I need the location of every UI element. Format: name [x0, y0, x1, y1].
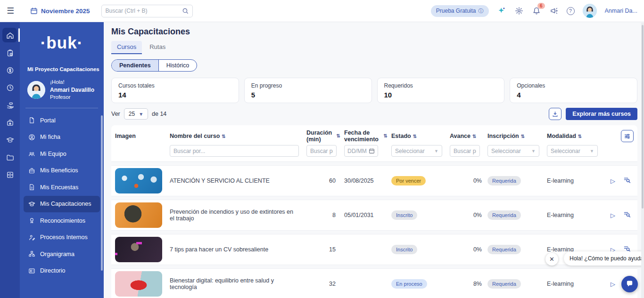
- sparkle-assistant-icon[interactable]: [497, 6, 506, 16]
- page-scrollbar-thumb[interactable]: [642, 25, 644, 209]
- sort-icon[interactable]: ⇅: [222, 134, 225, 139]
- sort-icon[interactable]: ⇅: [337, 133, 340, 139]
- user-role: Profesor: [50, 94, 94, 101]
- sidebar-item-label: Mi ficha: [40, 134, 60, 140]
- sort-icon[interactable]: ⇅: [472, 134, 476, 139]
- rail-benefits-icon[interactable]: [0, 97, 20, 114]
- settings-gear-icon[interactable]: [514, 6, 524, 16]
- stat-en-progreso: En progreso 5: [244, 78, 372, 103]
- profile-card: ¡Hola! Anmari Davalillo Profesor: [27, 79, 104, 101]
- sort-icon[interactable]: ⇅: [413, 134, 417, 139]
- notifications-bell-icon[interactable]: 6: [532, 6, 541, 16]
- course-detail-icon[interactable]: [623, 210, 631, 220]
- page-size-select[interactable]: 25 ▼: [124, 108, 148, 120]
- topbar-username[interactable]: Anmari Da...: [605, 8, 637, 14]
- sidebar-item-procesos-internos[interactable]: Procesos Internos: [24, 229, 100, 246]
- filter-enrollment-select[interactable]: Seleccionar▼: [487, 145, 539, 157]
- sidebar-item-label: Directorio: [40, 267, 66, 274]
- course-progress: 0%: [446, 212, 484, 218]
- col-modalidad: Modalidad⇅: [543, 129, 602, 143]
- announcements-megaphone-icon[interactable]: [549, 6, 559, 16]
- course-name[interactable]: Bienestar digital: equilibrio entre salu…: [166, 277, 303, 290]
- sidebar-item-mis-encuestas[interactable]: Mis Encuestas: [24, 179, 100, 196]
- stats-cards: Cursos totales 14 En progreso 5 Requerid…: [111, 78, 637, 103]
- table-row: Prevención de incendios y uso de extinto…: [111, 200, 637, 231]
- sidebar-avatar[interactable]: [27, 81, 45, 99]
- play-course-icon[interactable]: ▷: [611, 281, 615, 288]
- sidebar-item-mi-ficha[interactable]: Mi ficha: [24, 129, 100, 146]
- trial-badge[interactable]: Prueba Gratuita ⓘ: [431, 5, 489, 17]
- filter-duration-input[interactable]: [306, 145, 337, 157]
- calendar-icon: [369, 148, 375, 154]
- enrollment-badge: Requerida: [487, 210, 521, 220]
- course-thumbnail[interactable]: [115, 202, 162, 228]
- chat-close-button[interactable]: ✕: [545, 253, 558, 266]
- course-name[interactable]: ATENCIÓN Y SERVICIO AL CLIENTE: [166, 177, 303, 184]
- segment-pendientes[interactable]: Pendientes: [112, 60, 158, 71]
- topbar: ☰ Noviembre 2025 Prueba Gratuita ⓘ 6 ? A…: [0, 0, 644, 22]
- hamburger-menu-icon[interactable]: ☰: [7, 6, 20, 16]
- period-selector[interactable]: Noviembre 2025: [30, 7, 90, 15]
- sidebar-item-mi-equipo[interactable]: Mi Equipo: [24, 145, 100, 162]
- page-scrollbar[interactable]: [641, 23, 644, 298]
- play-course-icon[interactable]: ▷: [611, 212, 615, 219]
- sidebar-item-mis-beneficios[interactable]: Mis Beneficios: [24, 162, 100, 179]
- tab-rutas[interactable]: Rutas: [144, 41, 171, 54]
- segment-historico[interactable]: Histórico: [158, 60, 197, 71]
- rail-graduation-icon[interactable]: [0, 131, 20, 149]
- ver-label: Ver: [111, 111, 120, 117]
- course-name[interactable]: 7 tips para hacer un CV sobresaliente: [166, 246, 303, 253]
- global-search[interactable]: [101, 5, 193, 17]
- tab-cursos[interactable]: Cursos: [111, 41, 142, 54]
- users-icon: [28, 150, 35, 157]
- course-modality: E-learning: [543, 281, 602, 287]
- col-avance: Avance⇅: [446, 129, 484, 143]
- filter-modality-select[interactable]: Seleccionar▼: [547, 145, 598, 157]
- sort-icon[interactable]: ⇅: [384, 133, 388, 139]
- sidebar-menu: Portal Mi ficha Mi Equipo Mis Beneficios…: [20, 111, 104, 280]
- course-detail-icon[interactable]: [623, 176, 631, 185]
- stat-label: Requeridos: [384, 82, 498, 89]
- sidebar-item-reconocimientos[interactable]: Reconocimientos: [24, 212, 100, 229]
- course-thumbnail[interactable]: [115, 271, 162, 297]
- sort-icon[interactable]: ⇅: [578, 134, 582, 139]
- search-input[interactable]: [106, 8, 182, 14]
- rail-case-icon[interactable]: [0, 114, 20, 131]
- project-name: Mi Proyecto Capacitaciones: [27, 66, 104, 72]
- course-name[interactable]: Prevención de incendios y uso de extinto…: [166, 209, 303, 222]
- divider: [25, 108, 98, 108]
- sort-icon[interactable]: ⇅: [521, 134, 525, 139]
- rail-cabinet-icon[interactable]: [0, 166, 20, 184]
- sidebar-scrollbar[interactable]: [101, 115, 103, 271]
- download-button[interactable]: [549, 108, 561, 120]
- status-badge: Inscrito: [391, 245, 417, 254]
- help-icon[interactable]: ?: [567, 7, 575, 15]
- chat-launcher-button[interactable]: [621, 276, 638, 292]
- course-thumbnail[interactable]: [115, 237, 162, 262]
- play-course-icon[interactable]: ▷: [611, 177, 615, 185]
- enrollment-badge: Requerida: [487, 279, 521, 289]
- stat-label: Cursos totales: [118, 82, 232, 89]
- sidebar-item-label: Portal: [40, 117, 56, 124]
- rail-clock-icon[interactable]: [0, 79, 20, 97]
- rail-folder-icon[interactable]: [0, 149, 20, 166]
- filter-status-select[interactable]: Seleccionar▼: [391, 145, 442, 157]
- info-icon: ⓘ: [479, 8, 484, 15]
- course-thumbnail[interactable]: [115, 168, 162, 193]
- course-due-date: 05/01/2031: [340, 212, 388, 218]
- sidebar-item-portal[interactable]: Portal: [24, 112, 100, 129]
- sidebar-item-mis-capacitaciones[interactable]: Mis Capacitaciones: [24, 196, 100, 213]
- filter-date-input[interactable]: DD/MM: [344, 145, 378, 157]
- rail-clipboard-icon[interactable]: [0, 44, 20, 62]
- user-avatar[interactable]: [583, 4, 597, 18]
- sidebar-item-organigrama[interactable]: Organigrama: [24, 246, 100, 263]
- status-badge: Inscrito: [391, 210, 417, 220]
- sidebar-item-label: Mis Capacitaciones: [40, 201, 91, 207]
- rail-money-icon[interactable]: [0, 62, 20, 79]
- column-settings-button[interactable]: [621, 130, 634, 142]
- rail-home-icon[interactable]: [0, 27, 20, 44]
- filter-name-input[interactable]: [170, 145, 299, 157]
- filter-progress-input[interactable]: [450, 145, 480, 157]
- explore-courses-button[interactable]: Explorar más cursos: [566, 108, 637, 120]
- sidebar-item-directorio[interactable]: Directorio: [24, 263, 100, 280]
